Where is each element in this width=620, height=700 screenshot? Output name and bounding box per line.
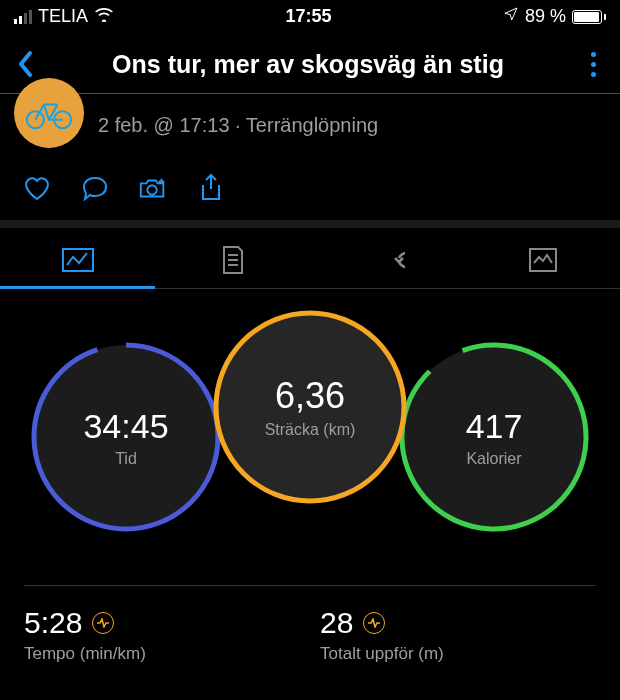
calories-circle[interactable]: 417 Kalorier (394, 337, 594, 537)
battery-pct: 89 % (525, 6, 566, 27)
carrier-label: TELIA (38, 6, 88, 27)
tab-overview[interactable] (0, 242, 155, 278)
pulse-icon (92, 612, 114, 634)
activity-meta: 2 feb. @ 17:13 · Terränglöpning (98, 114, 378, 137)
svg-rect-2 (63, 249, 93, 271)
activity-header: 2 feb. @ 17:13 · Terränglöpning (0, 94, 620, 158)
stat-circles: 34:45 Tid 6,36 Sträcka (km) 417 Kalorier (0, 307, 620, 567)
overflow-menu-button[interactable] (580, 52, 606, 77)
time-label: Tid (83, 450, 168, 468)
camera-button[interactable] (138, 174, 168, 202)
back-button[interactable] (14, 47, 36, 81)
section-divider (0, 220, 620, 228)
ascent-stat[interactable]: 28 Totalt uppför (m) (300, 585, 596, 664)
pace-value: 5:28 (24, 606, 82, 640)
time-value: 34:45 (83, 407, 168, 446)
activity-timestamp: 2 feb. @ 17:13 (98, 114, 230, 136)
distance-label: Sträcka (km) (265, 421, 356, 439)
share-button[interactable] (196, 174, 226, 202)
action-row (0, 158, 620, 220)
ascent-label: Totalt uppför (m) (320, 644, 596, 664)
status-bar: TELIA 17:55 89 % (0, 0, 620, 31)
bottom-stats: 5:28 Tempo (min/km) 28 Totalt uppför (m) (0, 567, 620, 664)
time-circle[interactable]: 34:45 Tid (26, 337, 226, 537)
svg-point-0 (27, 111, 44, 128)
like-button[interactable] (22, 174, 52, 202)
pace-label: Tempo (min/km) (24, 644, 300, 664)
wifi-icon (94, 6, 114, 27)
calories-value: 417 (466, 407, 523, 446)
calories-label: Kalorier (466, 450, 523, 468)
ascent-value: 28 (320, 606, 353, 640)
comment-button[interactable] (80, 174, 110, 202)
tab-indicator (0, 286, 155, 289)
activity-type: Terränglöpning (246, 114, 378, 136)
distance-circle[interactable]: 6,36 Sträcka (km) (210, 307, 410, 507)
location-icon (503, 6, 519, 27)
signal-icon (14, 10, 32, 24)
tab-details[interactable] (155, 242, 310, 278)
tab-charts[interactable] (465, 242, 620, 278)
clock: 17:55 (285, 6, 331, 27)
tab-bar (0, 228, 620, 289)
status-right: 89 % (503, 6, 606, 27)
nav-bar: Ons tur, mer av skogsväg än stig (0, 31, 620, 93)
page-title: Ons tur, mer av skogsväg än stig (46, 50, 570, 79)
avatar[interactable] (14, 78, 84, 148)
battery-icon (572, 10, 606, 24)
tab-laps[interactable] (310, 242, 465, 278)
pace-stat[interactable]: 5:28 Tempo (min/km) (24, 585, 300, 664)
pulse-icon (363, 612, 385, 634)
distance-value: 6,36 (265, 375, 356, 417)
status-left: TELIA (14, 6, 114, 27)
